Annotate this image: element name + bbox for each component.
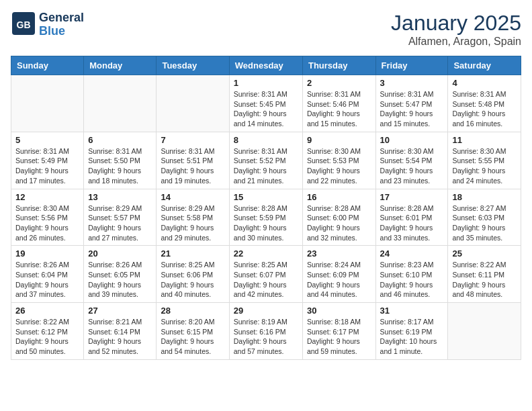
day-info: Sunrise: 8:17 AM Sunset: 6:19 PM Dayligh… (380, 317, 444, 357)
svg-text:GB: GB (17, 19, 31, 30)
logo-text: General Blue (39, 11, 84, 38)
day-number: 11 (452, 135, 517, 145)
day-header-monday: Monday (84, 56, 157, 75)
day-info: Sunrise: 8:28 AM Sunset: 6:00 PM Dayligh… (307, 203, 371, 243)
calendar-cell: 22Sunrise: 8:25 AM Sunset: 6:07 PM Dayli… (229, 246, 302, 303)
day-info: Sunrise: 8:18 AM Sunset: 6:17 PM Dayligh… (307, 317, 371, 357)
day-info: Sunrise: 8:31 AM Sunset: 5:52 PM Dayligh… (234, 146, 298, 186)
logo-general: General (39, 11, 84, 25)
day-number: 5 (15, 135, 79, 145)
calendar-cell: 14Sunrise: 8:29 AM Sunset: 5:58 PM Dayli… (157, 189, 229, 246)
calendar-cell: 21Sunrise: 8:25 AM Sunset: 6:06 PM Dayli… (157, 246, 229, 303)
calendar-cell: 20Sunrise: 8:26 AM Sunset: 6:05 PM Dayli… (84, 246, 157, 303)
day-info: Sunrise: 8:30 AM Sunset: 5:53 PM Dayligh… (307, 146, 371, 186)
day-number: 18 (452, 192, 517, 202)
calendar-table: SundayMondayTuesdayWednesdayThursdayFrid… (11, 56, 521, 360)
day-number: 24 (380, 248, 444, 259)
day-number: 9 (307, 135, 371, 145)
day-number: 20 (88, 248, 152, 259)
day-number: 17 (380, 192, 444, 202)
day-info: Sunrise: 8:31 AM Sunset: 5:47 PM Dayligh… (380, 89, 444, 129)
day-number: 22 (234, 248, 298, 259)
calendar-cell: 4Sunrise: 8:31 AM Sunset: 5:48 PM Daylig… (448, 75, 521, 132)
calendar-week-row: 1Sunrise: 8:31 AM Sunset: 5:45 PM Daylig… (11, 75, 521, 132)
day-info: Sunrise: 8:30 AM Sunset: 5:55 PM Dayligh… (452, 146, 517, 186)
day-info: Sunrise: 8:31 AM Sunset: 5:50 PM Dayligh… (88, 146, 152, 186)
day-info: Sunrise: 8:29 AM Sunset: 5:57 PM Dayligh… (88, 203, 152, 243)
day-header-friday: Friday (375, 56, 448, 75)
day-info: Sunrise: 8:30 AM Sunset: 5:56 PM Dayligh… (15, 203, 79, 243)
day-info: Sunrise: 8:31 AM Sunset: 5:49 PM Dayligh… (15, 146, 79, 186)
day-info: Sunrise: 8:31 AM Sunset: 5:51 PM Dayligh… (161, 146, 224, 186)
day-info: Sunrise: 8:27 AM Sunset: 6:03 PM Dayligh… (452, 203, 517, 243)
day-number: 30 (307, 306, 371, 316)
day-info: Sunrise: 8:31 AM Sunset: 5:48 PM Dayligh… (452, 89, 517, 129)
calendar-cell: 31Sunrise: 8:17 AM Sunset: 6:19 PM Dayli… (375, 303, 448, 360)
day-number: 6 (88, 135, 152, 145)
calendar-cell: 16Sunrise: 8:28 AM Sunset: 6:00 PM Dayli… (302, 189, 375, 246)
day-number: 31 (380, 306, 444, 316)
day-number: 27 (88, 306, 152, 316)
day-number: 23 (307, 248, 371, 259)
day-number: 1 (234, 78, 298, 88)
calendar-cell: 18Sunrise: 8:27 AM Sunset: 6:03 PM Dayli… (448, 189, 521, 246)
calendar-cell: 26Sunrise: 8:22 AM Sunset: 6:12 PM Dayli… (11, 303, 84, 360)
calendar-cell: 24Sunrise: 8:23 AM Sunset: 6:10 PM Dayli… (375, 246, 448, 303)
calendar-cell (84, 75, 157, 132)
day-header-tuesday: Tuesday (157, 56, 229, 75)
calendar-cell: 13Sunrise: 8:29 AM Sunset: 5:57 PM Dayli… (84, 189, 157, 246)
calendar-header-row: SundayMondayTuesdayWednesdayThursdayFrid… (11, 56, 521, 75)
day-info: Sunrise: 8:19 AM Sunset: 6:16 PM Dayligh… (234, 317, 298, 357)
calendar-week-row: 19Sunrise: 8:26 AM Sunset: 6:04 PM Dayli… (11, 246, 521, 303)
calendar-week-row: 5Sunrise: 8:31 AM Sunset: 5:49 PM Daylig… (11, 132, 521, 189)
calendar-week-row: 12Sunrise: 8:30 AM Sunset: 5:56 PM Dayli… (11, 189, 521, 246)
day-number: 29 (234, 306, 298, 316)
day-info: Sunrise: 8:22 AM Sunset: 6:12 PM Dayligh… (15, 317, 79, 357)
day-info: Sunrise: 8:26 AM Sunset: 6:05 PM Dayligh… (88, 260, 152, 300)
calendar-cell: 25Sunrise: 8:22 AM Sunset: 6:11 PM Dayli… (448, 246, 521, 303)
calendar-week-row: 26Sunrise: 8:22 AM Sunset: 6:12 PM Dayli… (11, 303, 521, 360)
day-number: 19 (15, 248, 79, 259)
day-info: Sunrise: 8:28 AM Sunset: 6:01 PM Dayligh… (380, 203, 444, 243)
calendar-cell: 29Sunrise: 8:19 AM Sunset: 6:16 PM Dayli… (229, 303, 302, 360)
day-header-sunday: Sunday (11, 56, 84, 75)
day-number: 28 (161, 306, 224, 316)
day-number: 12 (15, 192, 79, 202)
page-header: GB General Blue January 2025 Alfamen, Ar… (11, 11, 521, 48)
day-number: 21 (161, 248, 224, 259)
day-info: Sunrise: 8:21 AM Sunset: 6:14 PM Dayligh… (88, 317, 152, 357)
day-info: Sunrise: 8:26 AM Sunset: 6:04 PM Dayligh… (15, 260, 79, 300)
calendar-cell (11, 75, 84, 132)
logo: GB General Blue (11, 11, 84, 39)
calendar-cell: 6Sunrise: 8:31 AM Sunset: 5:50 PM Daylig… (84, 132, 157, 189)
calendar-cell: 17Sunrise: 8:28 AM Sunset: 6:01 PM Dayli… (375, 189, 448, 246)
calendar-cell: 10Sunrise: 8:30 AM Sunset: 5:54 PM Dayli… (375, 132, 448, 189)
title-area: January 2025 Alfamen, Aragon, Spain (391, 11, 521, 48)
calendar-cell: 30Sunrise: 8:18 AM Sunset: 6:17 PM Dayli… (302, 303, 375, 360)
day-header-saturday: Saturday (448, 56, 521, 75)
calendar-cell: 1Sunrise: 8:31 AM Sunset: 5:45 PM Daylig… (229, 75, 302, 132)
day-info: Sunrise: 8:29 AM Sunset: 5:58 PM Dayligh… (161, 203, 224, 243)
day-number: 14 (161, 192, 224, 202)
day-number: 3 (380, 78, 444, 88)
day-info: Sunrise: 8:24 AM Sunset: 6:09 PM Dayligh… (307, 260, 371, 300)
day-number: 25 (452, 248, 517, 259)
location: Alfamen, Aragon, Spain (391, 36, 521, 48)
calendar-cell: 19Sunrise: 8:26 AM Sunset: 6:04 PM Dayli… (11, 246, 84, 303)
day-info: Sunrise: 8:25 AM Sunset: 6:06 PM Dayligh… (161, 260, 224, 300)
day-number: 4 (452, 78, 517, 88)
day-info: Sunrise: 8:20 AM Sunset: 6:15 PM Dayligh… (161, 317, 224, 357)
calendar-cell: 15Sunrise: 8:28 AM Sunset: 5:59 PM Dayli… (229, 189, 302, 246)
logo-icon: GB (11, 11, 36, 39)
calendar-cell: 23Sunrise: 8:24 AM Sunset: 6:09 PM Dayli… (302, 246, 375, 303)
calendar-cell: 3Sunrise: 8:31 AM Sunset: 5:47 PM Daylig… (375, 75, 448, 132)
calendar-cell: 27Sunrise: 8:21 AM Sunset: 6:14 PM Dayli… (84, 303, 157, 360)
day-number: 7 (161, 135, 224, 145)
day-number: 2 (307, 78, 371, 88)
calendar-cell: 2Sunrise: 8:31 AM Sunset: 5:46 PM Daylig… (302, 75, 375, 132)
day-number: 10 (380, 135, 444, 145)
day-info: Sunrise: 8:22 AM Sunset: 6:11 PM Dayligh… (452, 260, 517, 300)
calendar-cell (448, 303, 521, 360)
day-number: 15 (234, 192, 298, 202)
day-info: Sunrise: 8:28 AM Sunset: 5:59 PM Dayligh… (234, 203, 298, 243)
